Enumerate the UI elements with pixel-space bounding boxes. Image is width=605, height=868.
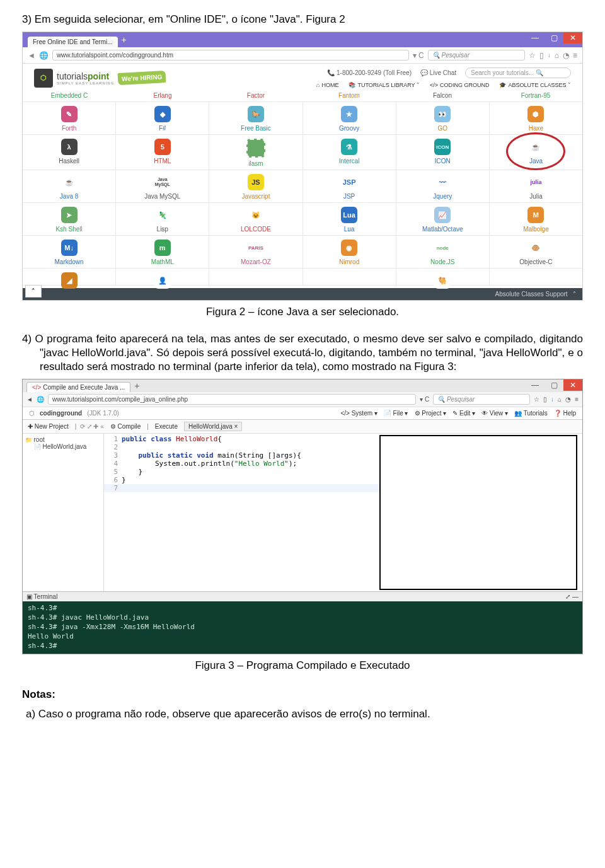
search-tutorials[interactable]: Search your tutorials... 🔍 [465, 67, 571, 78]
cat-nimrod[interactable]: ◉Nimrod [303, 236, 396, 268]
cat-forth[interactable]: ✎Forth [23, 102, 116, 134]
close-button[interactable]: ✕ [563, 32, 582, 43]
cat-lolcode[interactable]: 😺LOLCODE [209, 203, 302, 235]
browser-search[interactable]: 🔍 Pesquisar [428, 50, 525, 61]
f3-back-icon[interactable]: ◄ [26, 396, 33, 403]
home-icon[interactable]: ⌂ [555, 51, 559, 60]
terminal-expand-icon[interactable]: ⤢ — [565, 593, 579, 600]
cat-haskell[interactable]: λHaskell [23, 135, 116, 170]
bookmark-icon[interactable]: ☆ [529, 51, 536, 60]
back-icon[interactable]: ◄ [28, 51, 35, 60]
code-editor[interactable]: 1public class HelloWorld{ 2 3 public sta… [104, 434, 379, 591]
cat-partial-6[interactable] [490, 269, 582, 285]
cat-nodejs[interactable]: nodeNode.JS [396, 236, 490, 268]
f3-minimize-button[interactable]: — [526, 379, 544, 391]
cat-mathml[interactable]: mMathML [116, 236, 209, 268]
f3-download-icon[interactable]: ↓ [551, 396, 554, 403]
cat-free-basic[interactable]: 🐎Free Basic [209, 102, 302, 134]
cat-matlab[interactable]: 📈Matlab/Octave [396, 203, 490, 235]
menu-icon[interactable]: ≡ [573, 51, 577, 60]
hiring-badge[interactable]: We're HIRING [118, 71, 166, 85]
cat-fantom[interactable]: Fantom [302, 90, 396, 101]
f3-pocket-icon[interactable]: ◔ [565, 396, 571, 403]
f3-new-tab[interactable]: + [134, 381, 139, 391]
f3-menu-icon[interactable]: ≡ [575, 396, 579, 403]
scroll-top-button[interactable]: ˄ [25, 285, 42, 298]
nav-home[interactable]: ⌂ HOME [316, 82, 338, 88]
cat-embedded-c[interactable]: Embedded C [23, 90, 116, 101]
cat-lua[interactable]: LuaLua [303, 203, 396, 235]
execute-button[interactable]: Execute [155, 423, 178, 430]
cat-objc[interactable]: 🐵Objective-C [490, 236, 582, 268]
cat-mozart[interactable]: PARISMozart-OZ [209, 236, 302, 268]
menu-system[interactable]: </> System ▾ [340, 410, 377, 417]
cat-lisp[interactable]: 🦎Lisp [116, 203, 209, 235]
nav-coding-ground[interactable]: </> CODING GROUND [430, 82, 490, 88]
f3-home-icon[interactable]: ⌂ [558, 396, 562, 403]
cat-ksh[interactable]: ➤Ksh Shell [23, 203, 116, 235]
tree-hello-file[interactable]: HelloWorld.java [25, 443, 101, 450]
reader-icon[interactable]: ▯ [539, 51, 544, 60]
live-chat-link[interactable]: 💬 Live Chat [420, 69, 456, 76]
cat-java-mysql[interactable]: JavaMySQLJava MySQL [116, 170, 209, 202]
nav-tutorials-library[interactable]: 📚 TUTORIALS LIBRARY ˅ [349, 82, 420, 88]
terminal-output[interactable]: sh-4.3# sh-4.3# javac HelloWorld.java sh… [23, 601, 582, 653]
cat-icon[interactable]: ICONICON [396, 135, 490, 170]
cat-julia[interactable]: juliaJulia [490, 170, 582, 202]
menu-project[interactable]: ⚙ Project ▾ [415, 410, 447, 417]
cat-fsharp[interactable]: ◆F# [116, 102, 209, 134]
pocket-icon[interactable]: ◔ [563, 51, 569, 60]
menu-file[interactable]: 📄 File ▾ [384, 410, 408, 417]
cat-malbolge[interactable]: MMalbolge [490, 203, 582, 235]
browser-tab[interactable]: Free Online IDE and Termi... [28, 37, 118, 47]
support-label[interactable]: Absolute Classes Support ˄ [495, 291, 576, 298]
download-icon[interactable]: ↓ [548, 52, 551, 59]
editor-file-tab[interactable]: HelloWorld.java × [184, 422, 242, 431]
f3-browser-search[interactable]: 🔍 Pesquisar [433, 394, 530, 405]
f3-bookmark-icon[interactable]: ☆ [534, 396, 539, 403]
new-project-button[interactable]: ✚ New Project [28, 423, 69, 430]
f3-reader-icon[interactable]: ▯ [543, 396, 547, 403]
cat-java[interactable]: ☕Java [490, 135, 582, 170]
cat-html[interactable]: 5HTML [116, 135, 209, 170]
menu-edit[interactable]: ✎ Edit ▾ [452, 410, 475, 417]
cat-factor[interactable]: Factor [209, 90, 302, 101]
menu-help[interactable]: ❓ Help [554, 410, 576, 417]
f3-close-button[interactable]: ✕ [563, 379, 582, 391]
new-tab-button[interactable]: + [122, 35, 127, 45]
cat-markdown[interactable]: M↓Markdown [23, 236, 116, 268]
cat-partial-5[interactable]: 🐫 [396, 269, 490, 285]
f3-maximize-button[interactable]: ▢ [544, 379, 563, 391]
cat-haxe[interactable]: ⬢Haxe [490, 102, 582, 134]
cat-fortran-95[interactable]: Fortran-95 [489, 90, 582, 101]
f3-refresh-icon[interactable]: ▾ C [420, 396, 429, 403]
cat-intercal[interactable]: ⚗Intercal [303, 135, 396, 170]
site-header: ⬡ tutorialspoint SIMPLY EASY LEARNING We… [23, 64, 582, 90]
terminal-label[interactable]: ▣ Terminal [26, 593, 57, 600]
cat-partial-3[interactable] [209, 269, 302, 285]
tree-root-folder[interactable]: root [25, 436, 101, 443]
cat-erlang[interactable]: Erlang [116, 90, 209, 101]
compile-button[interactable]: ⚙ Compile [110, 423, 141, 430]
maximize-button[interactable]: ▢ [544, 32, 563, 43]
phone-text: 📞 1-800-200-9249 (Toll Free) [327, 69, 412, 76]
menu-tutorials[interactable]: 👥 Tutorials [514, 410, 548, 417]
cat-groovy[interactable]: ★Groovy [303, 102, 396, 134]
cat-partial-2[interactable]: 👤 [116, 269, 209, 285]
cat-partial-1[interactable]: ◢ [23, 269, 116, 285]
url-field[interactable]: www.tutorialspoint.com/codingground.htm [52, 50, 409, 61]
cat-jsp[interactable]: JSPJSP [303, 170, 396, 202]
cat-jquery[interactable]: 〰Jquery [396, 170, 490, 202]
refresh-icon[interactable]: ▾ C [413, 51, 424, 60]
nav-absolute-classes[interactable]: 🎓 ABSOLUTE CLASSES ˅ [499, 82, 571, 88]
minimize-button[interactable]: — [526, 32, 544, 43]
f3-url-field[interactable]: www.tutorialspoint.com/compile_java_onli… [48, 394, 416, 405]
cat-java8[interactable]: ☕Java 8 [23, 170, 116, 202]
cat-partial-4[interactable] [303, 269, 396, 285]
cat-go[interactable]: 👀GO [396, 102, 490, 134]
cat-javascript[interactable]: JSJavascript [209, 170, 302, 202]
cat-falcon[interactable]: Falcon [396, 90, 489, 101]
f3-browser-tab[interactable]: </> Compile and Execute Java ... [26, 382, 130, 392]
menu-view[interactable]: 👁 View ▾ [481, 410, 508, 417]
cat-ilasm[interactable]: ilasm [209, 135, 302, 170]
